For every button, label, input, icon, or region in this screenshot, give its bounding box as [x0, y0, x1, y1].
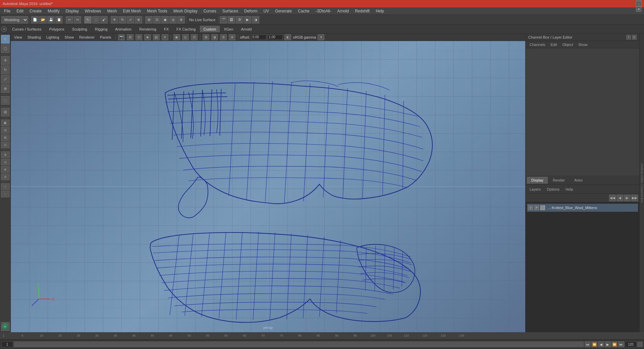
vp-gamma-dropdown[interactable]: ▾: [318, 34, 324, 40]
layer-prev-btn[interactable]: ◀◀: [609, 195, 616, 201]
show-manip-tool[interactable]: ⊞: [1, 108, 10, 116]
tab-channels[interactable]: Channels: [527, 42, 548, 47]
menu-display[interactable]: Display: [63, 8, 81, 14]
menu-help[interactable]: Help: [373, 8, 387, 14]
snap-grid-button[interactable]: ⊡: [153, 16, 161, 23]
close-button[interactable]: ✕: [636, 6, 641, 12]
tab-edit[interactable]: Edit: [548, 42, 559, 47]
menu-edit-mesh[interactable]: Edit Mesh: [120, 8, 144, 14]
shelf-tab-fx[interactable]: FX: [160, 26, 172, 32]
timeline-block[interactable]: [14, 341, 584, 347]
new-file-button[interactable]: 📄: [31, 16, 39, 23]
layout-btn-1[interactable]: ▣: [1, 119, 10, 126]
rotate-button[interactable]: ↻: [119, 16, 126, 23]
timeline-track[interactable]: ⏮ ⏪ ◀ ▶ ⏩ ⏭: [0, 340, 644, 349]
shelf-tab-arnold[interactable]: Arnold: [237, 26, 256, 32]
tab-render[interactable]: Render: [548, 177, 569, 184]
transform-button[interactable]: ⊕: [135, 16, 142, 23]
rotate-tool[interactable]: ↻: [1, 65, 10, 74]
shelf-tab-custom[interactable]: Custom: [200, 26, 220, 32]
vp-solid-btn[interactable]: ■: [144, 34, 151, 40]
layer-tab-layers[interactable]: Layers: [527, 187, 543, 192]
shelf-tab-rigging[interactable]: Rigging: [91, 26, 111, 32]
snap-curve-button[interactable]: ◉: [161, 16, 169, 23]
render-button[interactable]: 🎬: [220, 16, 227, 23]
render-settings-button[interactable]: ⚙: [236, 16, 243, 23]
soft-mod-button[interactable]: ⊞: [145, 16, 153, 23]
vp-offset-input[interactable]: [251, 35, 266, 40]
paint-select-button[interactable]: 🖌: [100, 16, 108, 23]
current-frame-input[interactable]: [1, 341, 13, 347]
menu-uv[interactable]: UV: [261, 8, 272, 14]
vp-menu-show[interactable]: Show: [63, 35, 76, 39]
save-as-button[interactable]: 📋: [55, 16, 63, 23]
render-tool-2[interactable]: ▫: [1, 191, 10, 197]
move-button[interactable]: ✛: [111, 16, 118, 23]
ipr-button[interactable]: 🖼: [228, 16, 235, 23]
menu-modify[interactable]: Modify: [45, 8, 62, 14]
menu-file[interactable]: File: [1, 8, 13, 14]
shelf-tab-sculpting[interactable]: Sculpting: [68, 26, 91, 32]
tab-anim[interactable]: Anim: [570, 177, 587, 184]
layer-back-btn[interactable]: ◀: [616, 195, 623, 201]
layout-btn-3[interactable]: ⊠: [1, 134, 10, 141]
vp-menu-renderer[interactable]: Renderer: [77, 35, 97, 39]
soft-select-tool[interactable]: ◌: [1, 96, 10, 105]
menu-edit[interactable]: Edit: [14, 8, 26, 14]
vp-xray-btn[interactable]: ◑: [211, 34, 218, 40]
vp-menu-shading[interactable]: Shading: [25, 35, 43, 39]
vp-snap-btn[interactable]: ◎: [182, 34, 189, 40]
attribute-editor-side-tab[interactable]: Attribute Editor / Channel Box: [639, 34, 644, 332]
shelf-tab-xgen[interactable]: XGen: [220, 26, 237, 32]
menu-curves[interactable]: Curves: [201, 8, 219, 14]
menu-mesh-tools[interactable]: Mesh Tools: [144, 8, 170, 14]
tab-show[interactable]: Show: [576, 42, 590, 47]
vp-hud-btn[interactable]: ⊟: [191, 34, 198, 40]
maya-icon[interactable]: M: [1, 322, 10, 331]
right-panel-close-btn[interactable]: ✕: [632, 35, 637, 40]
open-file-button[interactable]: 📂: [39, 16, 47, 23]
menu-cache[interactable]: Cache: [295, 8, 312, 14]
vp-menu-view[interactable]: View: [12, 35, 24, 39]
layer-row[interactable]: V P ...:Knitted_Blue_Wool_Mittens: [527, 204, 638, 212]
layer-next-btn[interactable]: ▶▶: [631, 195, 638, 201]
vp-gate-btn[interactable]: ◉: [173, 34, 180, 40]
universal-manip[interactable]: ⊕: [1, 84, 10, 93]
vp-gamma-value-input[interactable]: [268, 35, 283, 40]
key-checkbox[interactable]: [637, 342, 643, 347]
layer-playback-toggle[interactable]: P: [534, 205, 539, 210]
vp-texture-btn[interactable]: ▨: [153, 34, 160, 40]
play-prev-key-btn[interactable]: ⏪: [591, 341, 597, 347]
shelf-tab-animation[interactable]: Animation: [111, 26, 135, 32]
vp-deformer-btn[interactable]: ⊗: [229, 34, 235, 40]
move-tool[interactable]: ✛: [1, 56, 10, 65]
vp-grid-btn[interactable]: ⊞: [127, 34, 133, 40]
menu-create[interactable]: Create: [27, 8, 44, 14]
play-next-key-btn[interactable]: ⏩: [611, 341, 618, 347]
viewport-canvas[interactable]: x y persp: [11, 41, 525, 332]
vp-wireframe-btn[interactable]: ⊡: [136, 34, 142, 40]
shelf-tab-curves[interactable]: Curves / Surfaces: [8, 26, 45, 32]
menu-redshift[interactable]: Redshift: [352, 8, 372, 14]
tab-object[interactable]: Object: [559, 42, 576, 47]
play-fwd-btn[interactable]: ▶: [605, 341, 611, 347]
select-tool-button[interactable]: ↖: [84, 16, 92, 23]
play-first-btn[interactable]: ⏮: [585, 341, 591, 347]
vp-menu-lighting[interactable]: Lighting: [44, 35, 61, 39]
menu-deform[interactable]: Deform: [241, 8, 260, 14]
hypershade-button[interactable]: ◑: [252, 16, 259, 23]
shelf-tab-rendering[interactable]: Rendering: [136, 26, 160, 32]
scale-tool[interactable]: ⤢: [1, 75, 10, 84]
snap-btn-3[interactable]: ⊗: [1, 166, 10, 173]
shelf-pin[interactable]: ◎: [1, 27, 7, 32]
snap-btn-1[interactable]: ⊕: [1, 151, 10, 158]
layout-btn-4[interactable]: ⊡: [1, 142, 10, 148]
menu-mesh[interactable]: Mesh: [104, 8, 119, 14]
menu-generate[interactable]: Generate: [272, 8, 294, 14]
snap-surface-button[interactable]: ⊛: [177, 16, 185, 23]
maximize-button[interactable]: □: [636, 1, 641, 6]
tab-display[interactable]: Display: [527, 177, 548, 184]
vp-camera-btn[interactable]: 📷: [118, 34, 125, 40]
select-tool[interactable]: ↖: [1, 35, 10, 44]
snap-point-button[interactable]: ◎: [169, 16, 177, 23]
